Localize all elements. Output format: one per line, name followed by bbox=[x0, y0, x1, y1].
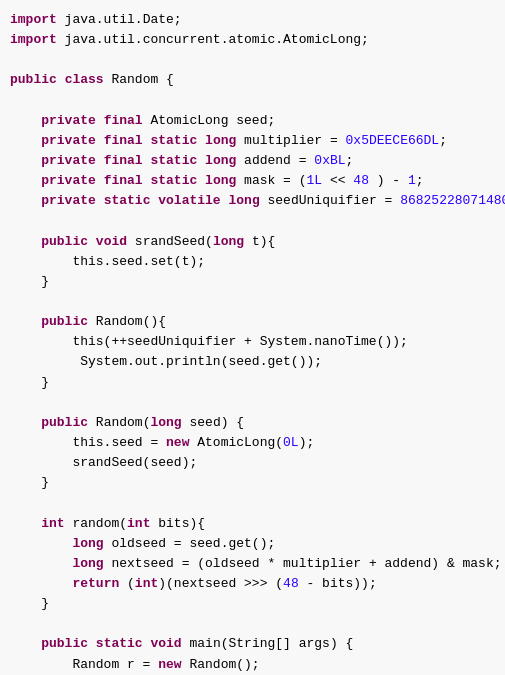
code-line: private final static long mask = (1L << … bbox=[10, 171, 505, 191]
code-line: return (int)(nextseed >>> (48 - bits)); bbox=[10, 574, 505, 594]
code-line: this.seed.set(t); bbox=[10, 252, 505, 272]
code-line: } bbox=[10, 473, 505, 493]
code-line: private final AtomicLong seed; bbox=[10, 111, 505, 131]
code-line: private final static long addend = 0xBL; bbox=[10, 151, 505, 171]
code-line: this.seed = new AtomicLong(0L); bbox=[10, 433, 505, 453]
code-line: System.out.println(seed.get()); bbox=[10, 352, 505, 372]
code-line: import java.util.concurrent.atomic.Atomi… bbox=[10, 30, 505, 50]
code-line: } bbox=[10, 594, 505, 614]
code-line: } bbox=[10, 272, 505, 292]
code-line bbox=[10, 50, 505, 70]
code-line: Random r = new Random(); bbox=[10, 655, 505, 675]
code-line: } bbox=[10, 373, 505, 393]
code-editor: import java.util.Date;import java.util.c… bbox=[0, 0, 505, 675]
code-line bbox=[10, 292, 505, 312]
code-line bbox=[10, 493, 505, 513]
code-line: int random(int bits){ bbox=[10, 514, 505, 534]
code-line: public Random(long seed) { bbox=[10, 413, 505, 433]
code-line: public Random(){ bbox=[10, 312, 505, 332]
code-line: import java.util.Date; bbox=[10, 10, 505, 30]
code-line: private final static long multiplier = 0… bbox=[10, 131, 505, 151]
code-line: srandSeed(seed); bbox=[10, 453, 505, 473]
code-line bbox=[10, 614, 505, 634]
code-line bbox=[10, 211, 505, 231]
code-line: public void srandSeed(long t){ bbox=[10, 232, 505, 252]
code-line: public class Random { bbox=[10, 70, 505, 90]
code-line bbox=[10, 393, 505, 413]
code-line: long nextseed = (oldseed * multiplier + … bbox=[10, 554, 505, 574]
code-line: this(++seedUniquifier + System.nanoTime(… bbox=[10, 332, 505, 352]
code-line: private static volatile long seedUniquif… bbox=[10, 191, 505, 211]
code-line bbox=[10, 91, 505, 111]
code-line: long oldseed = seed.get(); bbox=[10, 534, 505, 554]
code-line: public static void main(String[] args) { bbox=[10, 634, 505, 654]
